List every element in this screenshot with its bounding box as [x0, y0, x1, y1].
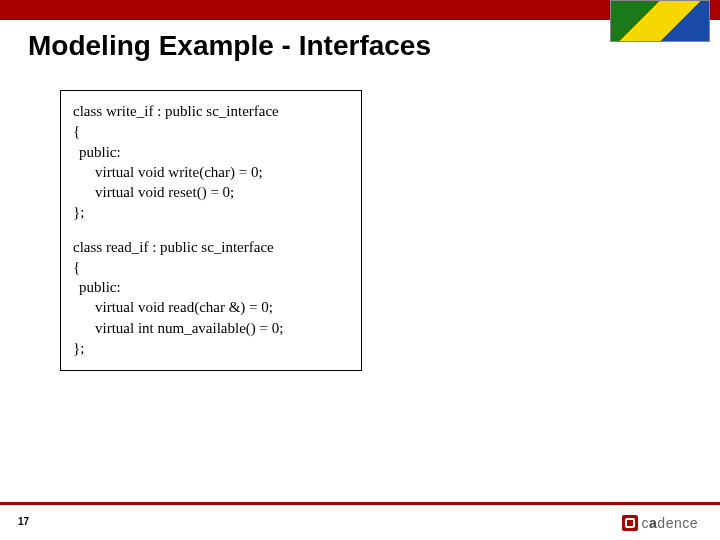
- code-line: class read_if : public sc_interface: [73, 237, 349, 257]
- brand-logo: cadence: [622, 514, 698, 532]
- code-line: {: [73, 121, 349, 141]
- code-line: public:: [73, 142, 349, 162]
- code-box: class write_if : public sc_interface { p…: [60, 90, 362, 371]
- code-line: class write_if : public sc_interface: [73, 101, 349, 121]
- code-line: virtual void read(char &) = 0;: [73, 297, 349, 317]
- logo-text: cadence: [642, 515, 698, 531]
- flag-image: [610, 0, 710, 42]
- code-line: {: [73, 257, 349, 277]
- page-number: 17: [18, 516, 29, 527]
- code-line: public:: [73, 277, 349, 297]
- logo-icon: [622, 515, 638, 531]
- code-line: };: [73, 202, 349, 222]
- code-line: virtual int num_available() = 0;: [73, 318, 349, 338]
- code-line: virtual void write(char) = 0;: [73, 162, 349, 182]
- code-line: };: [73, 338, 349, 358]
- footer-accent-bar: [0, 502, 720, 505]
- code-line: virtual void reset() = 0;: [73, 182, 349, 202]
- code-block-write-if: class write_if : public sc_interface { p…: [73, 101, 349, 223]
- slide-title: Modeling Example - Interfaces: [28, 30, 431, 62]
- code-block-read-if: class read_if : public sc_interface { pu…: [73, 237, 349, 359]
- slide: Modeling Example - Interfaces class writ…: [0, 0, 720, 540]
